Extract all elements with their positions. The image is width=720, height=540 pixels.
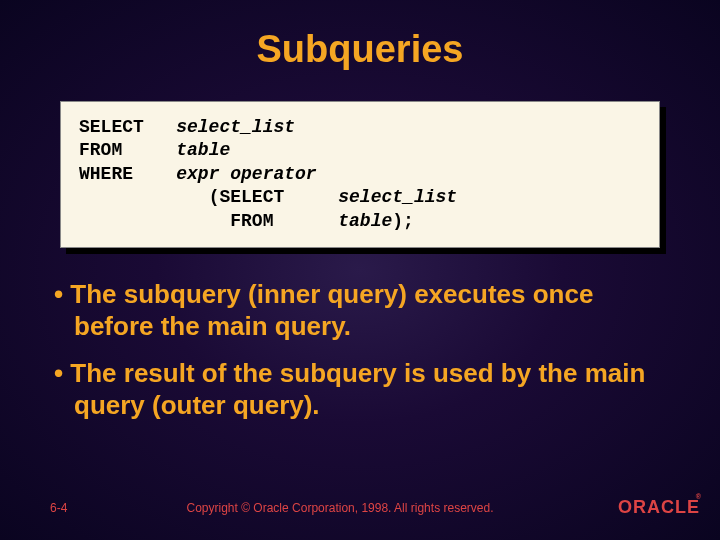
close: ); (392, 211, 414, 231)
logo-text: ORACLE (618, 497, 700, 517)
code-box-wrap: SELECT select_list FROM table WHERE expr… (60, 101, 660, 248)
kw-where: WHERE (79, 164, 133, 184)
footer: 6-4 Copyright © Oracle Corporation, 1998… (0, 497, 720, 518)
kw-select: SELECT (79, 117, 144, 137)
paren-open: ( (209, 187, 220, 207)
code-box: SELECT select_list FROM table WHERE expr… (60, 101, 660, 248)
it-expr-op: expr operator (176, 164, 316, 184)
inner-select-list: select_list (338, 187, 457, 207)
bullet-item: The subquery (inner query) executes once… (50, 278, 670, 343)
inner-table: table (338, 211, 392, 231)
slide-title: Subqueries (0, 0, 720, 101)
bullet-item: The result of the subquery is used by th… (50, 357, 670, 422)
copyright-text: Copyright © Oracle Corporation, 1998. Al… (100, 501, 580, 515)
inner-from: FROM (230, 211, 273, 231)
bullet-list: The subquery (inner query) executes once… (50, 278, 670, 422)
kw-from: FROM (79, 140, 122, 160)
it-table: table (176, 140, 230, 160)
registered-icon: ® (696, 493, 702, 500)
inner-select: SELECT (219, 187, 284, 207)
oracle-logo: ORACLE® (580, 497, 700, 518)
it-select-list: select_list (176, 117, 295, 137)
slide-number: 6-4 (20, 501, 100, 515)
